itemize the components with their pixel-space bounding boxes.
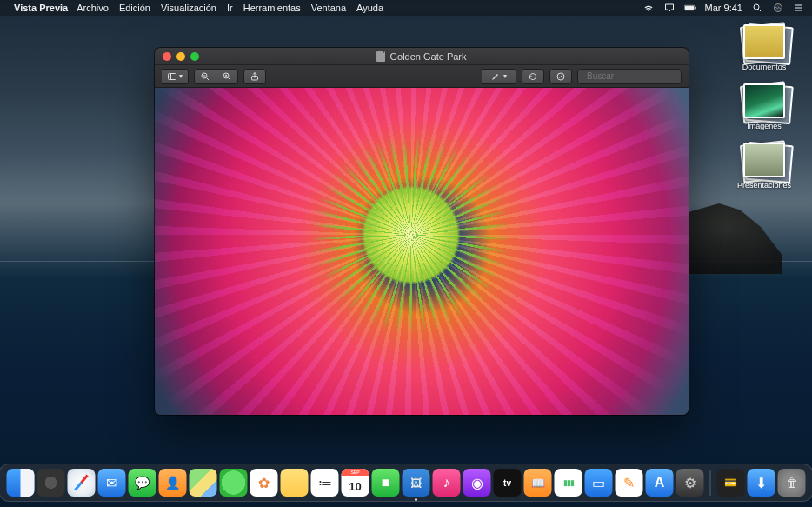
dock-podcasts[interactable] [463,469,491,497]
svg-rect-2 [695,7,696,9]
calendar-month: SEP [342,469,369,476]
dock-mapas[interactable] [190,469,217,497]
dock-facetime[interactable] [372,469,400,497]
dock-fotos[interactable] [250,469,278,497]
minimize-button[interactable] [176,52,185,61]
menu-herramientas[interactable]: Herramientas [243,3,301,13]
markup-icon [556,71,566,82]
dock-recordatorios[interactable] [311,469,339,497]
menu-edicion[interactable]: Edición [119,3,150,13]
calendar-day: 10 [349,476,361,497]
window-toolbar: ▾ ▾ [155,65,689,88]
spotlight-icon[interactable] [751,3,763,13]
rotate-button[interactable] [522,69,544,84]
dock-separator [710,470,711,496]
window-controls [155,52,199,61]
folder-icon [743,83,785,118]
desktop-stack-imagenes[interactable]: Imágenes [725,83,803,130]
airplay-icon[interactable] [663,3,676,13]
share-icon [250,71,260,82]
highlight-button[interactable]: ▾ [482,69,516,84]
search-field[interactable] [577,69,682,84]
menu-ayuda[interactable]: Ayuda [356,3,383,13]
folder-icon [743,143,785,177]
search-input[interactable] [587,71,689,81]
svg-rect-5 [169,73,176,79]
dock-buscar[interactable] [220,469,248,497]
folder-icon [743,24,785,59]
dock-pages[interactable] [616,469,643,497]
app-menu[interactable]: Vista Previa [14,3,68,13]
markup-button[interactable] [549,69,572,84]
dock-mensajes[interactable] [129,469,156,497]
dock-launchpad[interactable] [37,469,65,497]
dock-descargas[interactable] [748,469,775,497]
dock-numbers[interactable] [555,469,582,497]
desktop-stack-documentos[interactable]: Documentos [725,24,803,71]
chevron-down-icon: ▾ [503,72,507,80]
dock-musica[interactable] [433,469,461,497]
menubar-clock[interactable]: Mar 9:41 [705,3,742,13]
image-viewport[interactable] [155,88,689,415]
desktop-icons: Documentos Imágenes Presentaciones [725,24,803,202]
zoom-out-button[interactable] [194,69,216,84]
dock-finder[interactable] [7,469,35,497]
dock-preferencias[interactable] [676,469,704,497]
dock-papelera[interactable] [778,469,806,497]
displayed-image [155,88,689,415]
sidebar-toggle-button[interactable]: ▾ [162,69,189,84]
window-title-text: Golden Gate Park [389,51,466,62]
dock-safari[interactable] [68,469,96,497]
dock-mail[interactable] [98,469,126,497]
dock-tv[interactable] [494,469,522,497]
dock: SEP 10 [0,464,812,502]
siri-icon[interactable] [772,3,784,13]
svg-point-3 [754,4,759,10]
window-titlebar[interactable]: Golden Gate Park [155,48,689,65]
desktop-stack-presentaciones[interactable]: Presentaciones [725,143,803,190]
menu-ventana[interactable]: Ventana [311,3,346,13]
dock-appstore[interactable] [646,469,674,497]
zoom-out-icon [200,71,210,82]
dock-calendario[interactable]: SEP 10 [342,469,369,497]
menu-visualizacion[interactable]: Visualización [161,3,216,13]
highlighter-icon [490,71,501,82]
sidebar-icon [167,71,177,82]
zoom-in-button[interactable] [216,69,238,84]
document-icon [376,51,385,62]
dock-libros[interactable] [524,469,552,497]
dock-keynote[interactable] [585,469,613,497]
dock-contactos[interactable] [159,469,187,497]
menubar: Vista Previa Archivo Edición Visualizaci… [0,0,812,16]
battery-icon[interactable] [684,3,696,13]
share-button[interactable] [243,69,266,84]
svg-rect-1 [684,6,693,10]
dock-wallet[interactable] [717,469,745,497]
chevron-down-icon: ▾ [179,72,183,80]
rotate-icon [528,71,538,82]
desktop-icon-label: Presentaciones [725,181,803,190]
notification-center-icon[interactable] [793,3,805,13]
desktop-icon-label: Documentos [725,63,803,71]
window-title: Golden Gate Park [155,51,689,62]
desktop-icon-label: Imágenes [725,122,803,130]
menu-archivo[interactable]: Archivo [77,3,109,13]
wifi-icon[interactable] [642,3,655,13]
dock-vista-previa[interactable] [403,469,430,497]
zoom-in-icon [222,71,232,82]
dock-notas[interactable] [281,469,309,497]
menu-ir[interactable]: Ir [227,3,233,13]
preview-window: Golden Gate Park ▾ ▾ [155,48,689,415]
fullscreen-button[interactable] [190,52,199,61]
close-button[interactable] [163,52,171,61]
